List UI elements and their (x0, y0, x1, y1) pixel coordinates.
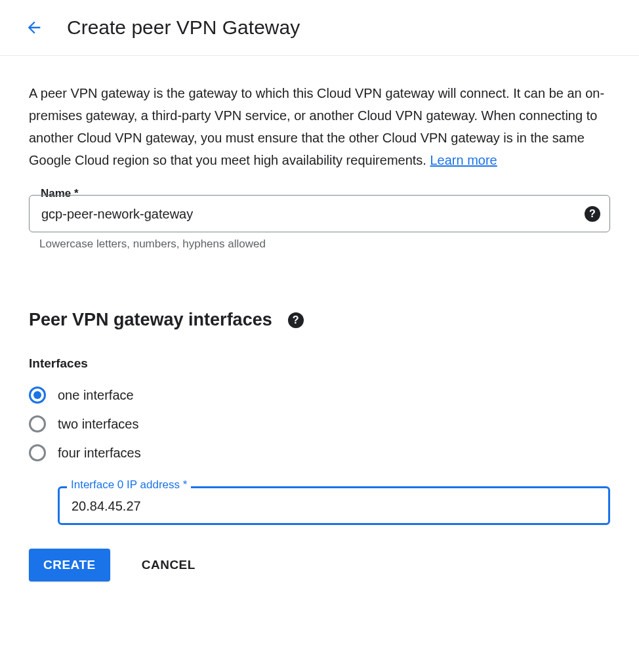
name-field-group: Name * ? (29, 195, 610, 232)
radio-label: four interfaces (58, 446, 141, 461)
learn-more-link[interactable]: Learn more (430, 153, 497, 167)
description-body: A peer VPN gateway is the gateway to whi… (29, 86, 604, 167)
radio-button-icon (29, 387, 46, 404)
cancel-button[interactable]: CANCEL (136, 549, 201, 581)
radio-button-icon (29, 444, 46, 461)
page-title: Create peer VPN Gateway (67, 16, 300, 39)
page-header: Create peer VPN Gateway (0, 0, 639, 56)
help-icon[interactable]: ? (288, 312, 304, 328)
name-field-wrap: ? (29, 195, 610, 232)
arrow-left-icon (25, 18, 43, 37)
main-content: A peer VPN gateway is the gateway to whi… (0, 56, 639, 601)
interfaces-heading-row: Peer VPN gateway interfaces ? (29, 310, 610, 330)
help-icon[interactable]: ? (585, 206, 600, 222)
radio-button-icon (29, 415, 46, 432)
button-row: CREATE CANCEL (29, 549, 610, 581)
radio-two-interfaces[interactable]: two interfaces (29, 415, 610, 432)
create-button[interactable]: CREATE (29, 549, 110, 581)
interface0-ip-input[interactable] (70, 498, 598, 514)
name-input[interactable] (40, 206, 575, 222)
interface0-ip-label: Interface 0 IP address * (67, 478, 191, 492)
interfaces-heading: Peer VPN gateway interfaces (29, 310, 272, 330)
interface0-ip-wrap (58, 486, 610, 525)
radio-one-interface[interactable]: one interface (29, 387, 610, 404)
radio-four-interfaces[interactable]: four interfaces (29, 444, 610, 461)
interfaces-group-label: Interfaces (29, 356, 610, 371)
radio-label: one interface (58, 388, 134, 403)
name-helper-text: Lowercase letters, numbers, hyphens allo… (39, 238, 610, 251)
radio-label: two interfaces (58, 417, 138, 432)
description-text: A peer VPN gateway is the gateway to whi… (29, 82, 610, 171)
back-button[interactable] (20, 13, 49, 42)
interface0-ip-field-group: Interface 0 IP address * (58, 486, 610, 525)
